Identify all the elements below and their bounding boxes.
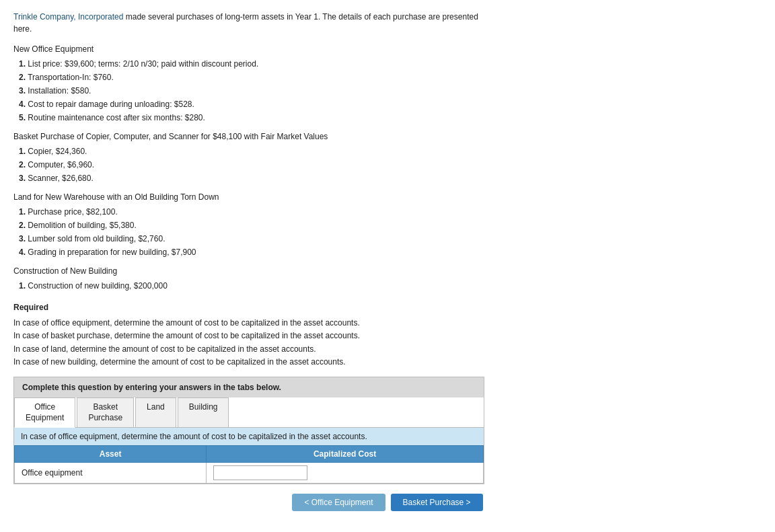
- list-item: 3. Lumber sold from old building, $2,760…: [19, 233, 762, 245]
- tab-header-text: Complete this question by entering your …: [22, 383, 281, 392]
- asset-cell: Office equipment: [15, 463, 207, 484]
- asset-table: Asset Capitalized Cost Office equipment: [14, 445, 484, 484]
- basket-purchase-list: 1. Copier, $24,360. 2. Computer, $6,960.…: [19, 145, 762, 184]
- list-item: 2. Demolition of building, $5,380.: [19, 219, 762, 231]
- tab-land[interactable]: Land: [135, 397, 176, 427]
- tabs-row: Office Equipment Basket Purchase Land Bu…: [14, 397, 484, 428]
- building-list: 1. Construction of new building, $200,00…: [19, 280, 762, 292]
- tab-basket-purchase[interactable]: Basket Purchase: [77, 397, 134, 427]
- list-item: 4. Grading in preparation for new buildi…: [19, 246, 762, 258]
- col-capitalized-cost: Capitalized Cost: [207, 446, 484, 463]
- intro-line2: here.: [13, 24, 32, 34]
- list-item: 1. Construction of new building, $200,00…: [19, 280, 762, 292]
- required-line-3: In case of land, determine the amount of…: [13, 343, 762, 356]
- section-basket-title: Basket Purchase of Copier, Computer, and…: [13, 132, 762, 141]
- tab-content-area: In case of office equipment, determine t…: [14, 428, 484, 484]
- tab-instruction: In case of office equipment, determine t…: [14, 428, 484, 445]
- required-line-2: In case of basket purchase, determine th…: [13, 330, 762, 342]
- land-list: 1. Purchase price, $82,100. 2. Demolitio…: [19, 206, 762, 258]
- office-equipment-list: 1. List price: $39,600; terms: 2/10 n/30…: [19, 58, 762, 124]
- nav-buttons: < Office Equipment Basket Purchase >: [13, 490, 762, 515]
- list-item: 2. Computer, $6,960.: [19, 159, 762, 171]
- capitalized-cost-cell: [207, 463, 484, 484]
- tab-header-bar: Complete this question by entering your …: [14, 377, 484, 397]
- tab-container: Complete this question by entering your …: [13, 377, 484, 484]
- required-line-1: In case of office equipment, determine t…: [13, 317, 762, 330]
- company-name-link: Trinkle Company, Incorporated: [13, 12, 123, 22]
- list-item: 3. Scanner, $26,680.: [19, 172, 762, 184]
- list-item: 4. Cost to repair damage during unloadin…: [19, 98, 762, 110]
- tab-office-equipment[interactable]: Office Equipment: [14, 397, 75, 428]
- section-building-title: Construction of New Building: [13, 266, 762, 276]
- required-section: Required In case of office equipment, de…: [13, 301, 762, 369]
- list-item: 1. Copier, $24,360.: [19, 145, 762, 157]
- required-line-4: In case of new building, determine the a…: [13, 356, 762, 369]
- list-item: 3. Installation: $580.: [19, 85, 762, 97]
- table-row: Office equipment: [15, 463, 484, 484]
- list-item: 1. Purchase price, $82,100.: [19, 206, 762, 218]
- list-item: 1. List price: $39,600; terms: 2/10 n/30…: [19, 58, 762, 70]
- list-item: 5. Routine maintenance cost after six mo…: [19, 112, 762, 124]
- prev-button[interactable]: < Office Equipment: [292, 494, 385, 511]
- col-asset: Asset: [15, 446, 207, 463]
- section-office-equipment-title: New Office Equipment: [13, 44, 762, 54]
- tab-building[interactable]: Building: [178, 397, 229, 427]
- intro-paragraph: Trinkle Company, Incorporated made sever…: [13, 11, 762, 35]
- list-item: 2. Transportation-In: $760.: [19, 71, 762, 83]
- section-land-title: Land for New Warehouse with an Old Build…: [13, 192, 762, 202]
- capitalized-cost-input[interactable]: [213, 465, 307, 480]
- next-button[interactable]: Basket Purchase >: [391, 494, 483, 511]
- required-title: Required: [13, 301, 762, 314]
